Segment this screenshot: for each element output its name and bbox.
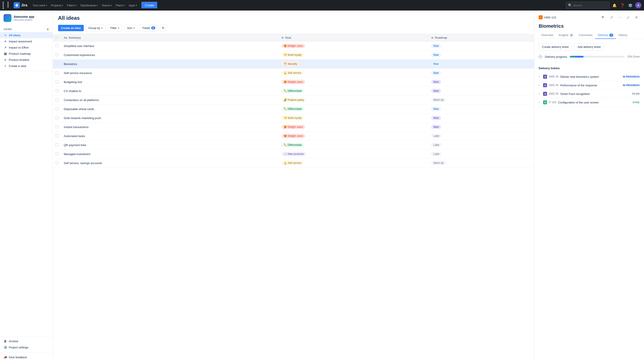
row-goal-11: 😍 Delight users — [282, 134, 305, 138]
table-row[interactable]: QR payment links ✏️ Differentiate Later — [53, 141, 534, 150]
table-row[interactable]: Self-service insurance 💪 Self service No… — [53, 68, 534, 77]
detail-tab-insights[interactable]: Insights5 — [556, 32, 576, 39]
topnav-link-projects[interactable]: Projects▾ — [49, 3, 65, 8]
tab-label-delivery: Delivery — [598, 33, 608, 37]
create-button[interactable]: Create — [142, 2, 158, 9]
sidebar-label-create-view: Create a view — [9, 64, 26, 68]
row-checkbox-3[interactable] — [56, 62, 58, 65]
tab-count-delivery: 8 — [609, 34, 613, 37]
sidebar-item-all-ideas[interactable]: ≡All ideas — [0, 32, 52, 38]
settings-icon[interactable]: ⚙️ — [627, 2, 634, 8]
search-box[interactable]: 🔍 — [566, 2, 610, 9]
sidebar-item-impact-assesment[interactable]: ≡Impact assesment — [0, 38, 52, 44]
delivery-ticket-row[interactable]: › ★ AWE-55 Smart Face recognition TO DO — [539, 90, 640, 98]
topnav-link-label-projects: Projects — [51, 4, 61, 7]
sidebar-item-product-timeline[interactable]: ≡Product timeline — [0, 57, 52, 63]
app-switcher-icon[interactable] — [3, 2, 12, 9]
sidebar-item-product-roadmap[interactable]: ▦Product roadmap — [0, 50, 52, 57]
table-row[interactable]: Managed investment ⚪ New products Later — [53, 150, 534, 159]
table-row[interactable]: Self service: savings accounts 💪 Self se… — [53, 159, 534, 168]
row-checkbox-6[interactable] — [56, 89, 58, 92]
add-view-icon[interactable]: + — [46, 27, 49, 31]
table-row[interactable]: Customised experiences 💛 Build loyalty N… — [53, 50, 534, 59]
refresh-button[interactable]: ↻ — [160, 24, 166, 31]
share-button[interactable]: ↗ — [608, 14, 614, 21]
tab-label-insights: Insights — [558, 33, 568, 37]
topnav-link-filters[interactable]: Filters▾ — [65, 3, 78, 8]
add-delivery-ticket-button[interactable]: Add delivery ticket — [574, 43, 604, 50]
detail-tab-overview[interactable]: Overview — [539, 32, 556, 39]
row-checkbox-2[interactable] — [56, 53, 58, 56]
row-goal-7: 🌈 Feature parity — [282, 98, 306, 102]
detail-tab-history[interactable]: History — [616, 32, 630, 39]
row-summary-8: Disposable virtual cards — [61, 105, 279, 114]
search-input[interactable] — [573, 4, 607, 7]
topnav-link-apps[interactable]: Apps▾ — [127, 3, 139, 8]
avatar[interactable]: A — [635, 2, 641, 8]
table-row[interactable]: Contactless on all platforms 🌈 Feature p… — [53, 95, 534, 105]
table-row[interactable]: Instant transactions 😍 Delight users Nex… — [53, 123, 534, 132]
topnav-link-plans[interactable]: Plans▾ — [114, 3, 127, 8]
table-row[interactable]: Gold rewards marketing push 💛 Build loya… — [53, 114, 534, 123]
row-checkbox-13[interactable] — [56, 152, 58, 155]
row-checkbox-10[interactable] — [56, 125, 58, 128]
ticket-status-0: IN PROGRESS — [623, 75, 640, 78]
row-checkbox-11[interactable] — [56, 134, 58, 137]
sidebar-item-impact-effort[interactable]: ↗Impact vs Effort — [0, 44, 52, 50]
table-row[interactable]: Budgeting tool 😍 Delight users Next — [53, 77, 534, 86]
detail-title: Biometrics — [534, 21, 644, 29]
detail-tab-delivery[interactable]: Delivery8 — [595, 32, 616, 39]
create-idea-button[interactable]: Create an idea — [58, 25, 84, 31]
table-row[interactable]: CS chatbot AI ✏️ Differentiate Next — [53, 86, 534, 95]
row-checkbox-4[interactable] — [56, 71, 58, 74]
delivery-ticket-row[interactable]: › ★ AWE-45 Performance of the response I… — [539, 81, 640, 90]
sidebar-item-feedback[interactable]: 📣 Give feedback — [0, 354, 52, 360]
topnav-link-your-work[interactable]: Your work▾ — [31, 3, 48, 8]
topnav-link-dashboards[interactable]: Dashboards▾ — [79, 3, 100, 8]
sidebar-item-archive[interactable]: 🗑 Archive — [0, 338, 52, 344]
sort-button[interactable]: Sort + — [124, 25, 138, 31]
row-checkbox-7[interactable] — [56, 98, 58, 101]
tab-count-insights: 5 — [570, 34, 574, 37]
create-delivery-ticket-button[interactable]: Create delivery ticket — [539, 43, 572, 50]
row-checkbox-8[interactable] — [56, 107, 58, 110]
summary-col-header: Aa Summary — [61, 34, 279, 41]
fields-button[interactable]: Fields 6 — [140, 25, 158, 31]
topnav-link-label-dashboards: Dashboards — [80, 4, 96, 7]
delivery-ticket-row[interactable]: › ★ AWE-45 Deliver new biometrics system… — [539, 72, 640, 81]
filter-button[interactable]: Filter + — [108, 25, 122, 31]
row-checkbox-14[interactable] — [56, 161, 58, 164]
row-summary-11: Automated tasks — [61, 132, 279, 141]
row-checkbox-9[interactable] — [56, 116, 58, 119]
tab-label-comments: Comments — [579, 33, 592, 37]
topnav-link-teams[interactable]: Teams▾ — [100, 3, 114, 8]
page-title: All ideas — [58, 15, 529, 21]
table-row[interactable]: Biometrics 🏋 Security Now — [53, 59, 534, 68]
sidebar-item-create-view[interactable]: +Create a view — [0, 63, 52, 69]
chevron-icon: ▾ — [76, 4, 76, 6]
watch-button[interactable]: 👁 — [600, 14, 606, 21]
close-button[interactable]: ✕ — [633, 14, 640, 21]
row-checkbox-12[interactable] — [56, 143, 58, 146]
detail-tab-comments[interactable]: Comments — [576, 32, 595, 39]
row-goal-1: 😍 Delight users — [282, 44, 305, 48]
row-goal-2: 💛 Build loyalty — [282, 53, 304, 57]
select-all-checkbox[interactable] — [56, 36, 58, 39]
row-checkbox-5[interactable] — [56, 80, 58, 83]
topnav-link-label-your-work: Your work — [32, 4, 45, 7]
chevron-icon: ▾ — [46, 4, 47, 6]
row-checkbox-1[interactable] — [56, 44, 58, 47]
expand-button[interactable]: ⤢ — [625, 14, 631, 21]
table-row[interactable]: Disposable virtual cards ✏️ Differentiat… — [53, 105, 534, 114]
table-row[interactable]: Simplified user interface 😍 Delight user… — [53, 41, 534, 50]
delivery-ticket-row[interactable]: › ★ IT-100 Configuration of the user scr… — [539, 98, 640, 107]
sort-label: Sort — [127, 26, 132, 30]
notifications-icon[interactable]: 🔔 — [612, 2, 618, 8]
sidebar-item-settings[interactable]: ⚙️ Project settings — [0, 344, 52, 350]
table-row[interactable]: Automated tasks 😍 Delight users Later — [53, 132, 534, 141]
groupby-button[interactable]: Group by + — [86, 25, 106, 31]
help-icon[interactable]: ❓ — [619, 2, 626, 8]
row-roadmap-13: Later — [431, 152, 442, 156]
more-options-button[interactable]: ··· — [616, 14, 623, 21]
jira-logo[interactable]: Jira — [14, 2, 27, 8]
